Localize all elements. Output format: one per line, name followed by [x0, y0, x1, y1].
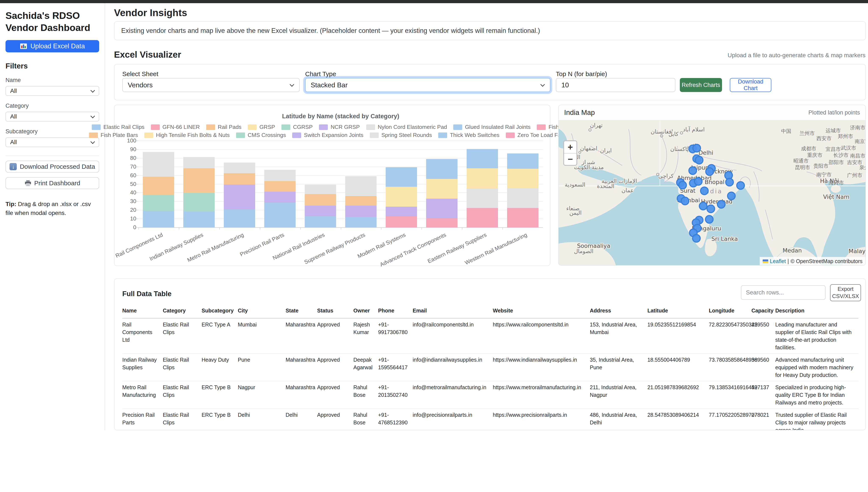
leaflet-link[interactable]: Leaflet [770, 258, 786, 264]
map-label: المتحدة [597, 183, 614, 189]
map-marker[interactable] [727, 192, 735, 200]
table-cell: Elastic Rail Clips [163, 381, 202, 409]
filter-category-select[interactable]: All [5, 112, 99, 121]
map-marker[interactable] [681, 197, 689, 205]
filter-subcategory-select[interactable]: All [5, 138, 99, 147]
chart-type-dropdown[interactable]: Stacked Bar [305, 78, 550, 92]
map-marker[interactable] [693, 144, 700, 152]
legend-item[interactable]: CGRSP [281, 124, 312, 130]
bar-segment [345, 217, 377, 227]
map-marker[interactable] [700, 187, 708, 195]
table-column-header: Description [775, 305, 859, 318]
table-cell: https://www.indianrailwaysupplies.in [493, 353, 590, 381]
table-cell: 486, Industrial Area, Delhi [590, 409, 647, 430]
map-card: India Map Plotted lat/lon points [558, 105, 866, 266]
map-marker[interactable] [694, 178, 702, 185]
table-search-input[interactable] [741, 285, 826, 300]
stacked-bar[interactable] [345, 141, 377, 227]
map-marker[interactable] [679, 181, 686, 189]
map-marker[interactable] [695, 156, 703, 164]
table-cell: Rahul Bose [354, 409, 378, 430]
table-cell: Elastic Rail Clips [163, 409, 202, 430]
dashboard-page: Sachida's RDSO Vendor Dashboard Upload E… [0, 0, 868, 492]
stacked-bar[interactable] [426, 141, 458, 227]
map-marker[interactable] [737, 182, 744, 189]
upload-excel-button[interactable]: Upload Excel Data [5, 40, 99, 52]
bar-segment [345, 205, 377, 217]
stacked-bar[interactable] [224, 141, 255, 227]
legend-item[interactable]: Spring Steel Rounds [370, 132, 432, 139]
bar-segment [183, 193, 215, 211]
legend-item[interactable]: CMS Crossings [236, 132, 286, 139]
table-cell: 79.13853416916459 [709, 381, 751, 409]
map-label: عمان [621, 187, 634, 194]
bar-segment [386, 167, 417, 187]
map-canvas: تهراناصفهانايرانشيرازالبصرةمدينة الكويتا… [559, 120, 865, 266]
stacked-bar[interactable] [467, 141, 498, 227]
bar-segment [305, 216, 336, 227]
stacked-bar[interactable] [183, 141, 215, 227]
map-marker[interactable] [699, 202, 707, 210]
placeholder-text: Existing vendor charts and map live abov… [121, 27, 540, 34]
top-n-input[interactable]: 10 [556, 78, 675, 92]
table-body: Rail Components LtdElastic Rail ClipsERC… [122, 318, 859, 430]
map-marker[interactable] [706, 216, 713, 223]
map-attribution: Leaflet | © OpenStreetMap contributors [760, 257, 865, 266]
legend-item[interactable]: GRSP [248, 124, 275, 130]
refresh-charts-button[interactable]: Refresh Charts [680, 78, 722, 92]
map-marker[interactable] [717, 200, 725, 208]
download-processed-data-button[interactable]: ↓ Download Processed Data [5, 161, 99, 173]
zoom-out-button[interactable]: − [564, 153, 577, 165]
table-cell: Approved [317, 318, 354, 354]
table-row: Indian Railway SuppliesElastic Rail Clip… [122, 353, 859, 381]
chart-legend-row-1: Elastic Rail ClipsGFN-66 LINERRail PadsG… [123, 124, 545, 130]
bar-segment [507, 153, 538, 169]
stacked-bar[interactable] [305, 141, 336, 227]
map-marker[interactable] [707, 205, 715, 213]
y-axis-tick: 60 [119, 172, 136, 179]
table-column-header: Subcategory [202, 305, 238, 318]
table-cell: Trusted supplier of Elastic Rail Clips t… [775, 409, 859, 430]
zoom-in-button[interactable]: + [564, 141, 577, 153]
stacked-bar[interactable] [143, 141, 174, 227]
osm-contributors-link[interactable]: © OpenStreetMap contributors [791, 258, 863, 264]
table-cell: info@railcomponentsltd.in [413, 318, 493, 354]
chevron-down-icon [290, 82, 294, 86]
map-label: 海口市 [828, 180, 844, 186]
map-label: 长沙市 [833, 152, 848, 158]
legend-item[interactable]: Glued Insulated Rail Joints [453, 124, 530, 130]
table-cell: +91-1595564417 [378, 353, 413, 381]
legend-item[interactable]: High Tensile Fish Bolts & Nuts [144, 132, 230, 139]
stacked-bar[interactable] [507, 141, 538, 227]
bar-segment [386, 207, 417, 216]
legend-item[interactable]: Nylon Cord Elastomeric Pad [366, 124, 447, 130]
bar-segment [143, 211, 174, 227]
visualizer-controls-card: Select Sheet Vendors Chart Type Stacked … [114, 64, 866, 100]
map-marker[interactable] [692, 235, 700, 242]
legend-item[interactable]: Thick Web Switches [438, 132, 500, 139]
map-label: 西安市 [816, 136, 832, 141]
map-marker[interactable] [726, 178, 734, 186]
legend-item[interactable]: GFN-66 LINER [151, 124, 200, 130]
legend-label: Spring Steel Rounds [381, 132, 432, 139]
download-processed-data-label: Download Processed Data [20, 163, 95, 170]
export-button[interactable]: Export CSV/XLSX [830, 284, 861, 301]
map-label: 成都市 [801, 146, 816, 152]
legend-item[interactable]: NCR GRSP [319, 124, 360, 130]
legend-item[interactable]: Rail Pads [206, 124, 241, 130]
map-marker[interactable] [689, 167, 696, 174]
legend-item[interactable]: Elastic Rail Clips [92, 124, 145, 130]
filter-name-select[interactable]: All [5, 86, 99, 96]
y-axis-tick: 0 [119, 224, 136, 231]
legend-item[interactable]: Switch Expansion Joints [292, 132, 363, 139]
print-dashboard-button[interactable]: Print Dashboard [5, 177, 99, 189]
download-chart-button[interactable]: Download Chart [730, 78, 771, 92]
stacked-bar[interactable] [264, 141, 296, 227]
map-marker[interactable] [706, 168, 713, 175]
y-axis-tick: 90 [119, 146, 136, 153]
table-cell: Approved [317, 353, 354, 381]
table-column-header: Address [590, 305, 647, 318]
stacked-bar[interactable] [386, 141, 417, 227]
select-sheet-dropdown[interactable]: Vendors [122, 78, 300, 92]
chevron-down-icon [91, 88, 95, 92]
